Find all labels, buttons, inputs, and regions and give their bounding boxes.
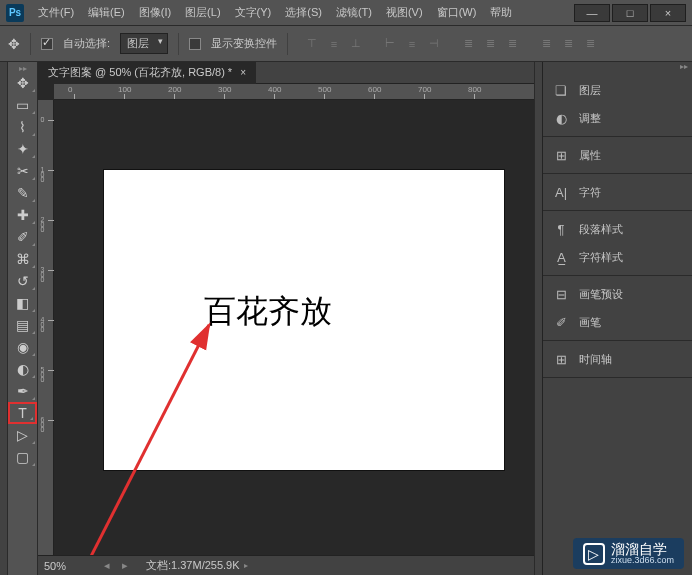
- path-selection-tool[interactable]: ▷: [8, 424, 37, 446]
- panel-label: 时间轴: [579, 352, 612, 367]
- align-left-icon[interactable]: ⊢: [382, 36, 398, 52]
- layers-icon: ❏: [553, 82, 569, 98]
- menu-edit[interactable]: 编辑(E): [82, 3, 131, 22]
- rectangle-tool[interactable]: ▢: [8, 446, 37, 468]
- distribute-icon[interactable]: ≣: [538, 36, 554, 52]
- canvas-viewport[interactable]: 百花齐放: [54, 100, 534, 555]
- menu-image[interactable]: 图像(I): [133, 3, 177, 22]
- menu-help[interactable]: 帮助: [484, 3, 518, 22]
- move-tool-icon: ✥: [8, 36, 20, 52]
- move-tool[interactable]: ✥: [8, 72, 37, 94]
- auto-select-checkbox[interactable]: [41, 38, 53, 50]
- document-tab[interactable]: 文字图案 @ 50% (百花齐放, RGB/8) * ×: [38, 62, 256, 84]
- panel-timeline[interactable]: ⊞ 时间轴: [543, 345, 692, 373]
- close-button[interactable]: ×: [650, 4, 686, 22]
- document-tab-bar: 文字图案 @ 50% (百花齐放, RGB/8) * ×: [38, 62, 534, 84]
- menu-file[interactable]: 文件(F): [32, 3, 80, 22]
- panel-layers[interactable]: ❏ 图层: [543, 76, 692, 104]
- tab-close-icon[interactable]: ×: [240, 67, 246, 78]
- watermark: ▷ 溜溜自学 zixue.3d66.com: [573, 538, 684, 569]
- toolbox-grip[interactable]: ▸▸: [8, 64, 37, 72]
- panel-label: 图层: [579, 83, 601, 98]
- crop-tool[interactable]: ✂: [8, 160, 37, 182]
- properties-icon: ⊞: [553, 147, 569, 163]
- brush-icon: ✐: [553, 314, 569, 330]
- zoom-level[interactable]: 50%: [38, 560, 98, 572]
- brush-presets-icon: ⊟: [553, 286, 569, 302]
- panel-label: 字符样式: [579, 250, 623, 265]
- panel-collapse-grip[interactable]: ▸▸: [543, 62, 692, 72]
- watermark-title: 溜溜自学: [611, 542, 674, 556]
- panel-paragraph-styles[interactable]: ¶ 段落样式: [543, 215, 692, 243]
- menu-select[interactable]: 选择(S): [279, 3, 328, 22]
- brush-tool[interactable]: ✐: [8, 226, 37, 248]
- play-icon: ▷: [583, 543, 605, 565]
- divider: [178, 33, 179, 55]
- align-right-icon[interactable]: ⊣: [426, 36, 442, 52]
- scroll-left-icon[interactable]: ◂: [98, 559, 116, 572]
- title-bar: Ps 文件(F) 编辑(E) 图像(I) 图层(L) 文字(Y) 选择(S) 滤…: [0, 0, 692, 26]
- eyedropper-tool[interactable]: ✎: [8, 182, 37, 204]
- status-bar: 50% ◂ ▸ 文档:1.37M/255.9K ▸: [38, 555, 534, 575]
- minimize-button[interactable]: —: [574, 4, 610, 22]
- canvas-text-layer[interactable]: 百花齐放: [204, 290, 332, 334]
- pen-tool[interactable]: ✒: [8, 380, 37, 402]
- document-tab-title: 文字图案 @ 50% (百花齐放, RGB/8) *: [48, 65, 232, 80]
- divider: [30, 33, 31, 55]
- magic-wand-tool[interactable]: ✦: [8, 138, 37, 160]
- align-top-icon[interactable]: ⊤: [304, 36, 320, 52]
- annotation-arrow: [84, 300, 324, 555]
- panel-label: 段落样式: [579, 222, 623, 237]
- canvas[interactable]: 百花齐放: [104, 170, 504, 470]
- window-controls: — □ ×: [572, 4, 686, 22]
- dodge-tool[interactable]: ◐: [8, 358, 37, 380]
- distribute-icon[interactable]: ≣: [504, 36, 520, 52]
- panel-label: 调整: [579, 111, 601, 126]
- menu-layer[interactable]: 图层(L): [179, 3, 226, 22]
- menu-filter[interactable]: 滤镜(T): [330, 3, 378, 22]
- menu-window[interactable]: 窗口(W): [431, 3, 483, 22]
- eraser-tool[interactable]: ◧: [8, 292, 37, 314]
- panel-brush-presets[interactable]: ⊟ 画笔预设: [543, 280, 692, 308]
- distribute-icon[interactable]: ≣: [582, 36, 598, 52]
- panels-column: ▸▸ ❏ 图层 ◐ 调整 ⊞ 属性 A| 字符 ¶: [542, 62, 692, 575]
- align-vcenter-icon[interactable]: ≡: [326, 36, 342, 52]
- panel-character[interactable]: A| 字符: [543, 178, 692, 206]
- panel-label: 字符: [579, 185, 601, 200]
- auto-select-target-dropdown[interactable]: 图层: [120, 33, 168, 54]
- app-logo: Ps: [6, 4, 24, 22]
- maximize-button[interactable]: □: [612, 4, 648, 22]
- horizontal-ruler: 0100200300400500600700800: [54, 84, 534, 100]
- align-icons-group: ⊤ ≡ ⊥ ⊢ ≡ ⊣ ≣ ≣ ≣ ≣ ≣ ≣: [304, 36, 598, 52]
- panel-adjustments[interactable]: ◐ 调整: [543, 104, 692, 132]
- canvas-row: 0100200300400500600 百花齐放: [38, 100, 534, 555]
- scroll-right-icon[interactable]: ▸: [116, 559, 134, 572]
- marquee-tool[interactable]: ▭: [8, 94, 37, 116]
- menu-type[interactable]: 文字(Y): [229, 3, 278, 22]
- healing-brush-tool[interactable]: ✚: [8, 204, 37, 226]
- lasso-tool[interactable]: ⌇: [8, 116, 37, 138]
- panel-properties[interactable]: ⊞ 属性: [543, 141, 692, 169]
- panel-label: 画笔: [579, 315, 601, 330]
- document-area: 文字图案 @ 50% (百花齐放, RGB/8) * × 01002003004…: [38, 62, 534, 575]
- distribute-icon[interactable]: ≣: [482, 36, 498, 52]
- svg-line-0: [84, 325, 209, 555]
- info-menu-icon[interactable]: ▸: [244, 561, 248, 570]
- show-transform-checkbox[interactable]: [189, 38, 201, 50]
- panel-brush[interactable]: ✐ 画笔: [543, 308, 692, 336]
- clone-stamp-tool[interactable]: ⌘: [8, 248, 37, 270]
- gradient-tool[interactable]: ▤: [8, 314, 37, 336]
- right-dock-strip: [534, 62, 542, 575]
- toolbox: ▸▸ ✥ ▭ ⌇ ✦ ✂ ✎ ✚ ✐ ⌘ ↺ ◧ ▤ ◉ ◐ ✒ T ▷ ▢: [8, 62, 38, 575]
- align-bottom-icon[interactable]: ⊥: [348, 36, 364, 52]
- type-tool[interactable]: T: [8, 402, 37, 424]
- distribute-icon[interactable]: ≣: [460, 36, 476, 52]
- timeline-icon: ⊞: [553, 351, 569, 367]
- distribute-icon[interactable]: ≣: [560, 36, 576, 52]
- character-icon: A|: [553, 184, 569, 200]
- history-brush-tool[interactable]: ↺: [8, 270, 37, 292]
- align-hcenter-icon[interactable]: ≡: [404, 36, 420, 52]
- blur-tool[interactable]: ◉: [8, 336, 37, 358]
- menu-view[interactable]: 视图(V): [380, 3, 429, 22]
- panel-character-styles[interactable]: A̲ 字符样式: [543, 243, 692, 271]
